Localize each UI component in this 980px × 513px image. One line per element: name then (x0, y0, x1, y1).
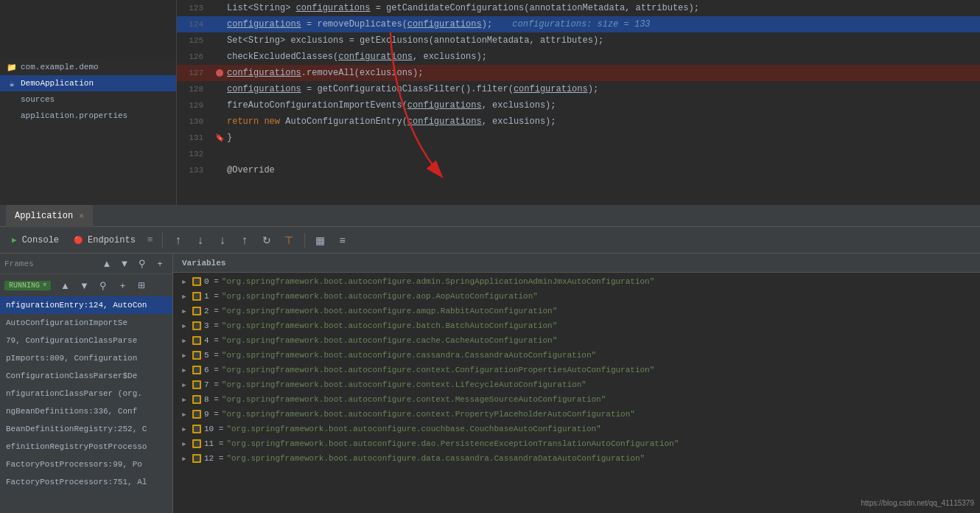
frames-list: nfigurationEntry:124, AutoCon AutoConfig… (0, 296, 172, 513)
frame-item-4[interactable]: ConfigurationClassParser$De (0, 367, 172, 385)
frames-filter-button[interactable]: ⚲ (134, 256, 150, 272)
debug-toolbar: ▶ Console 🔴 Endpoints ≡ ↑ ↓ ↓ ↑ ↻ ⊤ ▦ ≡ (0, 227, 980, 254)
editor-area: 📁 com.example.demo ☕ DemoApplication sou… (0, 0, 980, 205)
copy-button[interactable]: ⊞ (133, 277, 150, 293)
toolbar-sep-2 (304, 233, 305, 248)
expand-icon-8[interactable]: ▶ (179, 394, 189, 405)
code-line-124: 124 configurations = removeDuplicates(co… (177, 16, 980, 32)
tab-endpoints[interactable]: 🔴 Endpoints (68, 229, 141, 251)
var-type-icon-1 (192, 292, 201, 301)
running-status-row: RUNNING ▼ ▲ ▼ ⚲ + ⊞ (0, 274, 172, 296)
code-line-131: 131 🔖 } (177, 130, 980, 146)
status-dropdown-arrow[interactable]: ▼ (43, 282, 46, 289)
expand-icon-7[interactable]: ▶ (179, 380, 189, 390)
frames-down-button[interactable]: ▼ (116, 256, 133, 272)
expand-icon-9[interactable]: ▶ (179, 409, 189, 419)
frame-item-3[interactable]: pImports:809, Configuration (0, 349, 172, 367)
var-type-icon-9 (192, 410, 201, 419)
var-type-icon-5 (192, 351, 201, 360)
var-type-icon-7 (192, 380, 201, 389)
tab-close-button[interactable]: ✕ (79, 211, 84, 220)
expand-icon-11[interactable]: ▶ (179, 439, 189, 449)
step-out-button[interactable]: ↑ (235, 231, 254, 250)
frame-item-5[interactable]: nfigurationClassParser (org. (0, 385, 172, 402)
expand-icon-5[interactable]: ▶ (179, 350, 189, 360)
variables-panel: Variables ▶ 0 = "org.springframework.boo… (173, 254, 980, 513)
toolbar-sep-1 (162, 233, 163, 248)
frame-item-6[interactable]: ngBeanDefinitions:336, Conf (0, 402, 172, 420)
var-row-2[interactable]: ▶ 2 = "org.springframework.boot.autoconf… (173, 304, 980, 318)
sources-icon (6, 94, 18, 105)
expand-icon-6[interactable]: ▶ (179, 365, 189, 375)
frames-panel: Frames ▲ ▼ ⚲ + RUNNING ▼ ▲ ▼ ⚲ + ⊞ (0, 254, 173, 513)
filter-threads-button[interactable]: ⚲ (95, 277, 111, 293)
tab-console[interactable]: ▶ Console (6, 229, 65, 251)
frames-label: Frames (4, 259, 34, 268)
expand-icon-1[interactable]: ▶ (179, 291, 189, 301)
var-type-icon-2 (192, 307, 201, 315)
var-type-icon-0 (192, 277, 201, 286)
file-tree-sidebar: 📁 com.example.demo ☕ DemoApplication sou… (0, 0, 177, 205)
smart-step-btn[interactable]: ⊤ (279, 231, 298, 250)
frames-add-button[interactable]: + (152, 256, 168, 272)
panel-body: Frames ▲ ▼ ⚲ + RUNNING ▼ ▲ ▼ ⚲ + ⊞ (0, 254, 980, 513)
step-down-button[interactable]: ↓ (191, 231, 210, 250)
breakpoint-marker (216, 69, 223, 77)
variables-list: ▶ 0 = "org.springframework.boot.autoconf… (173, 273, 980, 513)
var-row-0[interactable]: ▶ 0 = "org.springframework.boot.autoconf… (173, 274, 980, 289)
var-row-4[interactable]: ▶ 4 = "org.springframework.boot.autoconf… (173, 333, 980, 348)
frame-item-10[interactable]: FactoryPostProcessors:751, Al (0, 473, 172, 491)
expand-icon-3[interactable]: ▶ (179, 321, 189, 331)
code-editor: 123 List<String> configurations = getCan… (177, 0, 980, 205)
java-icon: ☕ (6, 77, 18, 89)
debug-panel: Application ✕ ▶ Console 🔴 Endpoints ≡ ↑ … (0, 205, 980, 513)
var-type-icon-11 (192, 439, 201, 448)
rerun-btn[interactable]: ↻ (257, 231, 276, 250)
frame-item-9[interactable]: FactoryPostProcessors:99, Po (0, 456, 172, 473)
var-row-8[interactable]: ▶ 8 = "org.springframework.boot.autoconf… (173, 392, 980, 407)
endpoints-icon: 🔴 (74, 236, 83, 245)
var-row-3[interactable]: ▶ 3 = "org.springframework.boot.autoconf… (173, 318, 980, 333)
pause-up-button[interactable]: ▲ (57, 277, 73, 293)
sidebar-item-demo[interactable]: 📁 com.example.demo (0, 59, 176, 75)
expand-icon-4[interactable]: ▶ (179, 335, 189, 346)
pause-down-button[interactable]: ▼ (76, 277, 92, 293)
expand-icon-2[interactable]: ▶ (179, 306, 189, 316)
expand-icon-0[interactable]: ▶ (179, 276, 189, 287)
step-up-button[interactable]: ↑ (169, 231, 188, 250)
bookmark-icon: 🔖 (215, 133, 224, 142)
code-line-128: 128 configurations = getConfigurationCla… (177, 81, 980, 97)
var-row-10[interactable]: ▶ 10 = "org.springframework.boot.autocon… (173, 422, 980, 436)
frame-item-2[interactable]: 79, ConfigurationClassParse (0, 332, 172, 349)
code-line-129: 129 fireAutoConfigurationImportEvents(co… (177, 97, 980, 114)
var-row-6[interactable]: ▶ 6 = "org.springframework.boot.autoconf… (173, 363, 980, 377)
var-row-12[interactable]: ▶ 12 = "org.springframework.boot.autocon… (173, 451, 980, 466)
var-type-icon-12 (192, 454, 201, 463)
more-options-button[interactable]: ≡ (333, 231, 352, 250)
sidebar-item-properties[interactable]: application.properties (0, 108, 176, 124)
var-row-7[interactable]: ▶ 7 = "org.springframework.boot.autoconf… (173, 377, 980, 392)
frame-item-1[interactable]: AutoConfigurationImportSe (0, 314, 172, 332)
var-row-1[interactable]: ▶ 1 = "org.springframework.boot.autoconf… (173, 289, 980, 304)
var-row-5[interactable]: ▶ 5 = "org.springframework.boot.autoconf… (173, 348, 980, 363)
table-view-button[interactable]: ▦ (311, 231, 330, 250)
frames-up-button[interactable]: ▲ (99, 256, 115, 272)
var-type-icon-8 (192, 395, 201, 404)
expand-icon-12[interactable]: ▶ (179, 453, 189, 464)
expand-icon-10[interactable]: ▶ (179, 424, 189, 434)
frame-item-0[interactable]: nfigurationEntry:124, AutoCon (0, 296, 172, 314)
var-row-9[interactable]: ▶ 9 = "org.springframework.boot.autoconf… (173, 407, 980, 422)
code-line-123: 123 List<String> configurations = getCan… (177, 0, 980, 16)
var-row-11[interactable]: ▶ 11 = "org.springframework.boot.autocon… (173, 436, 980, 451)
tab-application[interactable]: Application ✕ (6, 205, 93, 227)
hamburger-menu-button[interactable]: ≡ (144, 234, 156, 245)
var-type-icon-3 (192, 321, 201, 330)
code-line-133: 133 @Override (177, 162, 980, 178)
frame-item-8[interactable]: efinitionRegistryPostProcesso (0, 438, 172, 456)
step-force-button[interactable]: ↓ (213, 231, 232, 250)
sidebar-item-demo-application[interactable]: ☕ DemoApplication (0, 75, 176, 91)
frame-item-7[interactable]: BeanDefinitionRegistry:252, C (0, 420, 172, 438)
add-thread-button[interactable]: + (114, 277, 130, 293)
sidebar-item-sources[interactable]: sources (0, 91, 176, 108)
watermark: https://blog.csdn.net/qq_41115379 (861, 499, 974, 507)
